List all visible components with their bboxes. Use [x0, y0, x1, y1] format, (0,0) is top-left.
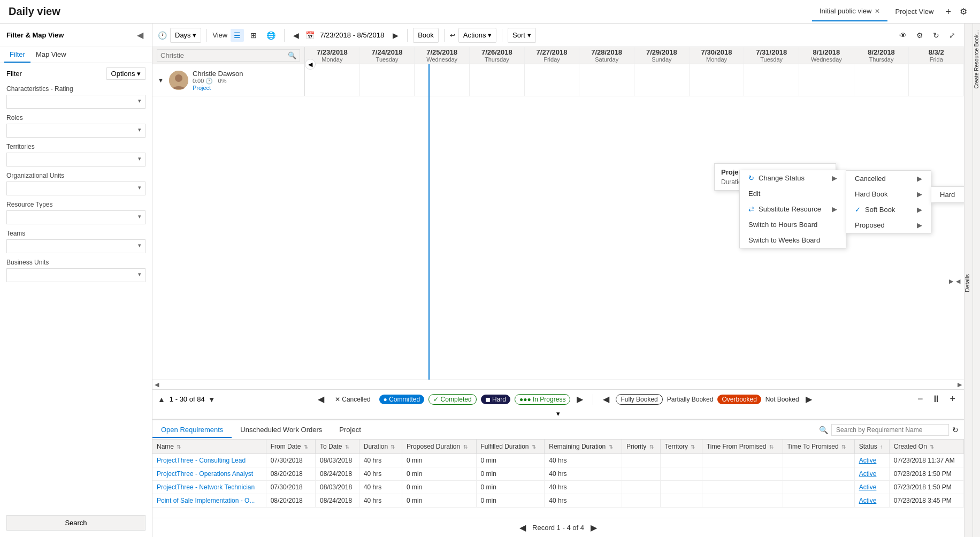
scroll-left-button[interactable]: ◀ [305, 59, 316, 70]
req-name-3[interactable]: Point of Sale Implementation - O... [152, 494, 266, 508]
req-name-1[interactable]: ProjectThree - Operations Analyst [152, 467, 266, 481]
req-name-0[interactable]: ProjectThree - Consulting Lead [152, 454, 266, 467]
clock-icon: 🕐 [158, 31, 167, 40]
edit-menu-item[interactable]: Edit [740, 186, 846, 201]
req-status-0[interactable]: Active [854, 454, 889, 467]
tab-initial-public-view[interactable]: Initial public view ✕ [812, 2, 888, 21]
org-units-select[interactable] [6, 181, 146, 195]
col-to-date[interactable]: To Date ⇅ [316, 440, 359, 454]
tab-close-icon[interactable]: ✕ [875, 7, 880, 15]
resource-expand-button[interactable]: ▼ [157, 77, 165, 84]
fullscreen-button[interactable]: ⤢ [946, 29, 959, 42]
preview-button[interactable]: 👁 [896, 29, 910, 42]
tab-project[interactable]: Project [331, 421, 369, 438]
tab-open-requirements[interactable]: Open Requirements [152, 421, 232, 438]
tab-project-view[interactable]: Project View [887, 2, 941, 21]
date-col-4: 7/27/2018Friday [525, 47, 580, 64]
req-search-input[interactable] [831, 424, 949, 436]
details-label: Details [962, 272, 973, 294]
teams-label: Teams [6, 230, 146, 237]
col-fulfilled-duration[interactable]: Fulfilled Duration ⇅ [476, 440, 545, 454]
add-tab-button[interactable]: + [941, 7, 955, 17]
submenu-proposed[interactable]: Proposed ▶ [846, 217, 931, 233]
record-next-button[interactable]: ▶ [588, 521, 599, 534]
sidebar-tab-map-view[interactable]: Map View [30, 47, 72, 63]
refresh-button[interactable]: ↻ [930, 29, 943, 42]
col-status[interactable]: Status ↑ [854, 440, 889, 454]
submenu-soft-book[interactable]: ✓ Soft Book ▶ [846, 202, 931, 217]
prev-period-button[interactable]: ◀ [290, 29, 302, 42]
req-ful-2: 0 min [476, 481, 545, 494]
next-page-button[interactable]: ▶ [575, 393, 585, 405]
checkmark-icon: ✓ [855, 206, 861, 214]
req-search-icon[interactable]: 🔍 [819, 426, 828, 434]
book-button[interactable]: Book [413, 28, 439, 43]
submenu-hard-book[interactable]: Hard Book ▶ Hard [846, 186, 931, 202]
col-time-from[interactable]: Time From Promised ⇅ [702, 440, 783, 454]
col-created-on[interactable]: Created On ⇅ [889, 440, 963, 454]
req-status-2[interactable]: Active [854, 481, 889, 494]
substitute-resource-menu-item[interactable]: ⇄ Substitute Resource ▶ [740, 201, 846, 217]
col-proposed-duration[interactable]: Proposed Duration ⇅ [402, 440, 476, 454]
settings-button[interactable]: ⚙ [955, 6, 971, 17]
svg-point-1 [175, 74, 182, 82]
switch-hours-board-menu-item[interactable]: Switch to Hours Board [740, 217, 846, 232]
next-legend-button[interactable]: ▶ [803, 393, 814, 405]
col-name[interactable]: Name ⇅ [152, 440, 266, 454]
col-remaining-duration[interactable]: Remaining Duration ⇅ [545, 440, 622, 454]
search-button[interactable]: Search [6, 515, 146, 531]
col-priority[interactable]: Priority ⇅ [622, 440, 660, 454]
prev-page-button[interactable]: ◀ [316, 393, 326, 405]
next-period-button[interactable]: ▶ [389, 29, 402, 42]
globe-view-button[interactable]: 🌐 [263, 29, 279, 42]
date-col-11: 8/3/2Frida [909, 47, 964, 64]
scroll-right-bottom-button[interactable]: ▶ [955, 381, 964, 388]
tab-unscheduled-work-orders[interactable]: Unscheduled Work Orders [232, 421, 331, 438]
sidebar-tab-filter[interactable]: Filter [4, 47, 30, 63]
sidebar-collapse-button[interactable]: ◀ [135, 28, 146, 42]
prev-legend-button[interactable]: ◀ [601, 393, 611, 405]
characteristics-select[interactable] [6, 95, 146, 109]
sort-dropdown-button[interactable]: Sort ▾ [508, 28, 535, 43]
col-duration[interactable]: Duration ⇅ [359, 440, 402, 454]
date-col-7: 7/30/2018Monday [690, 47, 745, 64]
gear-button[interactable]: ⚙ [913, 29, 927, 42]
zoom-out-button[interactable]: − [914, 392, 927, 406]
list-view-button[interactable]: ☰ [231, 29, 244, 42]
territories-select[interactable] [6, 153, 146, 167]
roles-select[interactable] [6, 124, 146, 138]
resource-search-input[interactable] [160, 51, 286, 59]
grid-view-button[interactable]: ⊞ [247, 29, 260, 42]
req-status-1[interactable]: Active [854, 467, 889, 481]
req-pri-1 [622, 467, 660, 481]
search-icon[interactable]: 🔍 [288, 51, 296, 59]
teams-select[interactable] [6, 239, 146, 253]
submenu-hard[interactable]: Hard [931, 187, 964, 202]
table-row: ProjectThree - Operations Analyst 08/20/… [152, 467, 964, 481]
submenu-cancelled[interactable]: Cancelled ▶ [846, 171, 931, 186]
bottom-expand-arrow[interactable]: ▾ [152, 409, 964, 419]
resource-types-select[interactable] [6, 210, 146, 224]
col-time-to[interactable]: Time To Promised ⇅ [783, 440, 854, 454]
actions-icon: ↩ [450, 32, 455, 39]
pause-button[interactable]: ⏸ [928, 392, 944, 406]
hard-book-submenu: Hard [931, 186, 964, 203]
zoom-in-button[interactable]: + [946, 392, 959, 406]
col-territory[interactable]: Territory ⇅ [660, 440, 702, 454]
scroll-left-bottom-button[interactable]: ◀ [152, 381, 161, 388]
col-from-date[interactable]: From Date ⇅ [266, 440, 315, 454]
expand-up-button[interactable]: ▲ [158, 395, 165, 404]
record-prev-button[interactable]: ◀ [517, 521, 528, 534]
options-button[interactable]: Options ▾ [106, 67, 146, 80]
days-dropdown-button[interactable]: Days ▾ [170, 28, 201, 43]
business-units-select[interactable] [6, 268, 146, 282]
req-status-3[interactable]: Active [854, 494, 889, 508]
change-status-menu-item[interactable]: ↻ Change Status ▶ Cancelled ▶ Hard Book … [740, 170, 846, 186]
expand-down-button[interactable]: ▼ [208, 395, 216, 404]
switch-weeks-board-menu-item[interactable]: Switch to Weeks Board [740, 232, 846, 248]
req-refresh-button[interactable]: ↻ [952, 426, 959, 434]
req-name-2[interactable]: ProjectThree - Network Technician [152, 481, 266, 494]
create-resource-book-label: Create Resource Book... [973, 29, 980, 90]
substitute-icon: ⇄ [748, 205, 754, 213]
actions-dropdown-button[interactable]: Actions ▾ [458, 28, 496, 43]
